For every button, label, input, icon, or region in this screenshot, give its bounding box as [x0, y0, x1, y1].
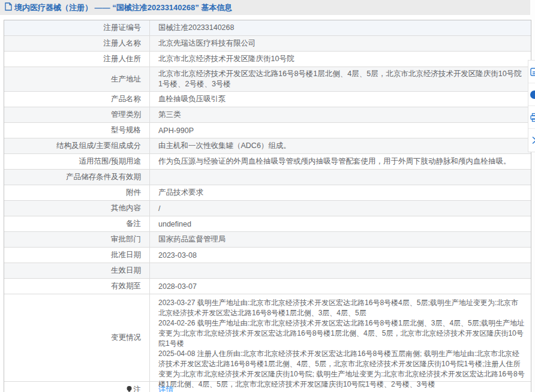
- row-value: 第三类: [150, 107, 531, 122]
- table-row: 型号规格APH-990P: [4, 123, 531, 138]
- row-label: 附件: [4, 185, 150, 200]
- row-value: 北京先瑞达医疗科技有限公司: [150, 36, 531, 51]
- row-value: 2028-03-07: [150, 279, 531, 294]
- table-row: 备注undefined: [4, 216, 531, 232]
- row-label: 其他内容: [4, 201, 150, 216]
- row-value: 产品技术要求: [150, 185, 531, 200]
- table-row: 生效日期: [4, 263, 531, 279]
- row-value: 北京市北京经济技术开发区隆庆街10号院: [150, 52, 531, 67]
- circle-badge-icon[interactable]: [528, 83, 535, 106]
- table-row: 产品名称血栓抽吸负压吸引泵: [4, 92, 531, 107]
- row-label: 注册人住所: [4, 52, 150, 67]
- bulb-icon: [126, 385, 134, 392]
- row-label: 批准日期: [4, 248, 150, 263]
- table-row: 其他内容/: [4, 201, 531, 216]
- row-label: 型号规格: [4, 123, 150, 138]
- row-label: 备注: [4, 216, 150, 231]
- row-value: APH-990P: [150, 123, 531, 138]
- report-icon[interactable]: [528, 61, 535, 83]
- row-value: 国家药品监督管理局: [150, 232, 531, 247]
- row-value: [150, 263, 531, 278]
- row-value: /: [150, 201, 531, 216]
- row-value: 作为负压源与经验证的外周血栓抽吸导管或颅内抽吸导管配套使用，用于外周下肢动静脉和…: [150, 154, 531, 169]
- row-label: 适用范围/预期用途: [4, 154, 150, 169]
- info-table: 注册证编号国械注准20233140268注册人名称北京先瑞达医疗科技有限公司注册…: [4, 20, 531, 392]
- row-value: 详情: [150, 382, 531, 392]
- change-entry: 2023-03-27 载明生产地址由:北京市北京经济技术开发区宏达北路16号8号…: [158, 298, 525, 318]
- table-row: 注详情: [4, 382, 531, 392]
- change-entry: 2024-02-26 载明生产地址由:北京市北京经济技术开发区宏达北路16号8号…: [158, 318, 525, 349]
- page-title: 境内医疗器械（注册） —— “国械注准20233140268” 基本信息: [14, 2, 232, 13]
- table-row: 适用范围/预期用途作为负压源与经验证的外周血栓抽吸导管或颅内抽吸导管配套使用，用…: [4, 154, 531, 170]
- row-label: 变更情况: [4, 294, 150, 381]
- table-row: 附件产品技术要求: [4, 185, 531, 201]
- table-row: 结构及组成/主要组成成分由主机和一次性收集罐（ADC6）组成。: [4, 138, 531, 154]
- document-icon: [5, 2, 12, 13]
- row-label: 结构及组成/主要组成成分: [4, 138, 150, 153]
- row-value: 2023-03-27 载明生产地址由:北京市北京经济技术开发区宏达北路16号8号…: [150, 294, 531, 381]
- table-row: 批准日期2023-03-08: [4, 248, 531, 263]
- table-row: 变更情况2023-03-27 载明生产地址由:北京市北京经济技术开发区宏达北路1…: [4, 294, 531, 382]
- row-value: undefined: [150, 216, 531, 231]
- side-toolbar: [528, 60, 535, 152]
- table-row: 有效期至2028-03-07: [4, 279, 531, 294]
- row-value: [150, 170, 531, 185]
- table-row: 审批部门国家药品监督管理局: [4, 232, 531, 248]
- printer-icon[interactable]: [528, 106, 535, 129]
- row-value: 2023-03-08: [150, 248, 531, 263]
- row-value: 国械注准20233140268: [150, 20, 531, 35]
- table-row: 管理类别第三类: [4, 107, 531, 123]
- row-label: 有效期至: [4, 279, 150, 294]
- table-row: 注册人名称北京先瑞达医疗科技有限公司: [4, 36, 531, 52]
- table-row: 注册人住所北京市北京经济技术开发区隆庆街10号院: [4, 52, 531, 67]
- row-label: 管理类别: [4, 107, 150, 122]
- row-label: 产品储存条件及有效期: [4, 170, 150, 185]
- row-value: 由主机和一次性收集罐（ADC6）组成。: [150, 138, 531, 153]
- row-value: 血栓抽吸负压吸引泵: [150, 92, 531, 107]
- row-label: 生产地址: [4, 67, 150, 91]
- row-label: 注: [4, 382, 150, 392]
- row-label: 注册证编号: [4, 20, 150, 35]
- row-label: 审批部门: [4, 232, 150, 247]
- row-label: 注册人名称: [4, 36, 150, 51]
- table-row: 产品储存条件及有效期: [4, 170, 531, 185]
- row-value: 北京市北京经济技术开发区宏达北路16号8号楼1层北侧、4层、5层，北京市北京经济…: [150, 67, 531, 91]
- table-row: 注册证编号国械注准20233140268: [4, 20, 531, 36]
- chevron-right-icon[interactable]: [528, 129, 535, 152]
- details-link[interactable]: 详情: [158, 385, 173, 392]
- row-label: 生效日期: [4, 263, 150, 278]
- row-label: 产品名称: [4, 92, 150, 107]
- page-header: 境内医疗器械（注册） —— “国械注准20233140268” 基本信息: [0, 0, 530, 15]
- table-row: 生产地址北京市北京经济技术开发区宏达北路16号8号楼1层北侧、4层、5层，北京市…: [4, 67, 531, 92]
